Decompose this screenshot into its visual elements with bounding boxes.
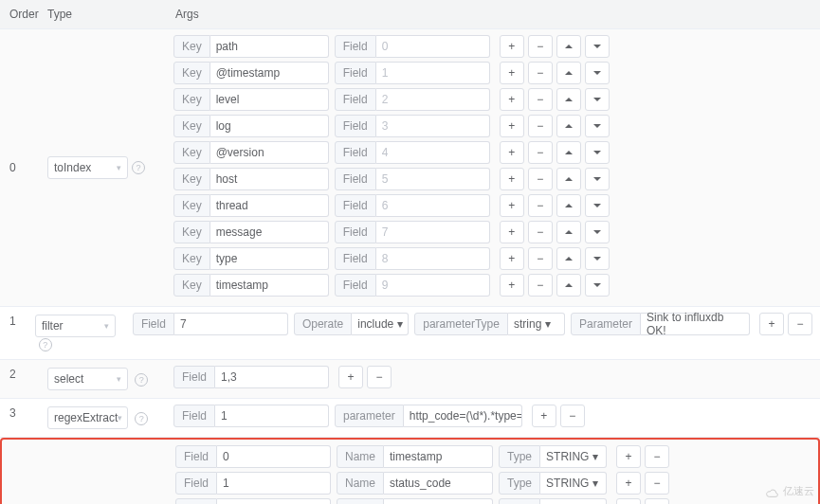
move-up-button[interactable] bbox=[556, 194, 581, 217]
move-up-button[interactable] bbox=[556, 88, 581, 111]
add-button[interactable]: + bbox=[338, 366, 363, 388]
field-input[interactable]: 3 bbox=[376, 115, 490, 137]
remove-button[interactable]: − bbox=[528, 194, 553, 217]
add-button[interactable]: + bbox=[500, 247, 524, 270]
add-button[interactable]: + bbox=[500, 115, 524, 137]
move-down-button[interactable] bbox=[585, 35, 610, 58]
add-button[interactable]: + bbox=[500, 35, 524, 58]
move-up-button[interactable] bbox=[556, 168, 581, 190]
type-select[interactable]: filter▾ bbox=[35, 315, 116, 337]
move-down-button[interactable] bbox=[585, 221, 610, 243]
remove-button[interactable]: − bbox=[788, 313, 812, 335]
type-select[interactable]: STRING▾ bbox=[540, 445, 607, 468]
field-input[interactable]: 2 bbox=[376, 88, 490, 111]
type-select[interactable]: regexExtract▾ bbox=[47, 406, 128, 429]
move-up-button[interactable] bbox=[556, 141, 581, 164]
move-down-button[interactable] bbox=[585, 141, 610, 164]
help-icon[interactable]: ? bbox=[135, 373, 148, 387]
remove-button[interactable]: − bbox=[528, 247, 553, 270]
parameter-input[interactable]: http_code=(\d*).*type=(.*), bbox=[404, 405, 522, 427]
field-input[interactable]: 5 bbox=[376, 168, 490, 190]
move-down-button[interactable] bbox=[585, 168, 610, 190]
key-input[interactable]: log bbox=[210, 115, 329, 137]
add-button[interactable]: + bbox=[500, 88, 524, 111]
key-input[interactable]: path bbox=[210, 35, 329, 58]
move-up-button[interactable] bbox=[556, 115, 581, 137]
field-input[interactable]: 2 bbox=[217, 498, 331, 504]
add-button[interactable]: + bbox=[500, 274, 524, 297]
key-input[interactable]: thread bbox=[210, 194, 329, 217]
key-input[interactable]: message bbox=[210, 221, 329, 243]
key-input[interactable]: timestamp bbox=[210, 274, 329, 297]
move-up-button[interactable] bbox=[556, 274, 581, 297]
field-input[interactable]: 0 bbox=[217, 445, 331, 468]
remove-button[interactable]: − bbox=[560, 405, 585, 427]
remove-button[interactable]: − bbox=[528, 62, 553, 84]
operate-select[interactable]: include▾ bbox=[352, 313, 409, 335]
name-input[interactable]: timestamp bbox=[384, 445, 493, 468]
field-input[interactable]: 7 bbox=[376, 221, 490, 243]
remove-button[interactable]: − bbox=[528, 221, 553, 243]
type-select[interactable]: STRING▾ bbox=[540, 472, 607, 495]
field-input[interactable]: 9 bbox=[376, 274, 490, 297]
add-button[interactable]: + bbox=[500, 168, 524, 190]
move-down-button[interactable] bbox=[585, 62, 610, 84]
field-input[interactable]: 0 bbox=[376, 35, 490, 58]
key-input[interactable]: @timestamp bbox=[210, 62, 329, 84]
field-input[interactable]: 8 bbox=[376, 247, 490, 270]
field-label: Field bbox=[335, 247, 376, 270]
field-input[interactable]: 1 bbox=[376, 62, 490, 84]
add-button[interactable]: + bbox=[616, 498, 641, 504]
type-select[interactable]: select▾ bbox=[47, 368, 128, 390]
remove-button[interactable]: − bbox=[528, 115, 553, 137]
field-input[interactable]: 1,3 bbox=[215, 366, 329, 388]
remove-button[interactable]: − bbox=[528, 274, 553, 297]
remove-button[interactable]: − bbox=[528, 141, 553, 164]
key-input[interactable]: type bbox=[210, 247, 329, 270]
remove-button[interactable]: − bbox=[528, 88, 553, 111]
type-select[interactable]: STRING▾ bbox=[540, 498, 607, 504]
parameter-input[interactable]: Sink to influxdb OK! bbox=[641, 313, 750, 335]
table-row: 1 filter▾ ? Field7 Operateinclude▾ param… bbox=[0, 307, 820, 360]
table-row: 3 regexExtract▾ ? Field1 parameterhttp_c… bbox=[0, 399, 820, 438]
add-button[interactable]: + bbox=[500, 62, 524, 84]
paramtype-select[interactable]: string▾ bbox=[508, 313, 565, 335]
remove-button[interactable]: − bbox=[528, 35, 553, 58]
remove-button[interactable]: − bbox=[645, 498, 669, 504]
key-input[interactable]: level bbox=[210, 88, 329, 111]
help-icon[interactable]: ? bbox=[39, 338, 52, 351]
field-input[interactable]: 1 bbox=[215, 405, 329, 427]
remove-button[interactable]: − bbox=[645, 445, 669, 468]
add-button[interactable]: + bbox=[500, 194, 524, 217]
move-down-button[interactable] bbox=[585, 194, 610, 217]
field-input[interactable]: 6 bbox=[376, 194, 490, 217]
add-button[interactable]: + bbox=[616, 472, 641, 495]
key-input[interactable]: @version bbox=[210, 141, 329, 164]
field-input[interactable]: 7 bbox=[174, 313, 288, 335]
move-up-button[interactable] bbox=[556, 35, 581, 58]
remove-button[interactable]: − bbox=[367, 366, 392, 388]
move-up-button[interactable] bbox=[556, 247, 581, 270]
move-down-button[interactable] bbox=[585, 274, 610, 297]
add-button[interactable]: + bbox=[532, 405, 556, 427]
remove-button[interactable]: − bbox=[528, 168, 553, 190]
name-input[interactable]: status_code bbox=[384, 472, 493, 495]
remove-button[interactable]: − bbox=[645, 472, 669, 495]
move-up-button[interactable] bbox=[556, 62, 581, 84]
key-input[interactable]: host bbox=[210, 168, 329, 190]
move-down-button[interactable] bbox=[585, 115, 610, 137]
move-down-button[interactable] bbox=[585, 88, 610, 111]
chevron-down-icon: ▾ bbox=[118, 413, 122, 423]
type-select[interactable]: toIndex▾ bbox=[47, 156, 128, 179]
add-button[interactable]: + bbox=[759, 313, 784, 335]
field-input[interactable]: 1 bbox=[217, 472, 331, 495]
add-button[interactable]: + bbox=[500, 221, 524, 243]
name-input[interactable]: type bbox=[384, 498, 493, 504]
field-input[interactable]: 4 bbox=[376, 141, 490, 164]
add-button[interactable]: + bbox=[500, 141, 524, 164]
move-down-button[interactable] bbox=[585, 247, 610, 270]
help-icon[interactable]: ? bbox=[135, 412, 148, 425]
help-icon[interactable]: ? bbox=[132, 161, 145, 174]
move-up-button[interactable] bbox=[556, 221, 581, 243]
add-button[interactable]: + bbox=[616, 445, 641, 468]
